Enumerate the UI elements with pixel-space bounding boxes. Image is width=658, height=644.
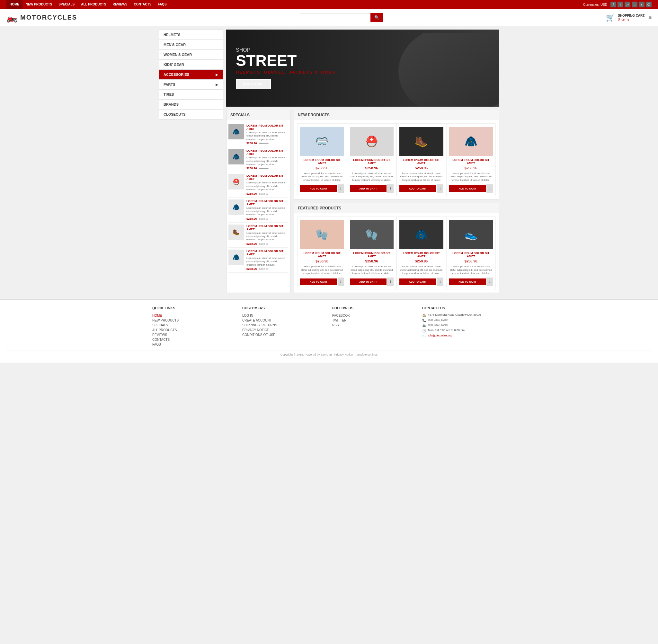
add-to-cart-button[interactable]: ADD TO CART [350, 185, 387, 192]
menu-icon[interactable]: ≡ [649, 15, 652, 21]
search-input[interactable] [300, 13, 370, 22]
sidebar-item-helmets[interactable]: HELMETS [159, 29, 223, 40]
footer-link-facebook[interactable]: FACEBOOK [332, 313, 416, 318]
gplus-icon[interactable]: g+ [625, 2, 630, 7]
add-to-cart-button[interactable]: ADD TO CART [449, 278, 486, 285]
info-button[interactable]: ℹ [486, 277, 493, 286]
facebook-icon[interactable]: f [610, 2, 616, 7]
special-image[interactable]: 🧥 [228, 124, 244, 139]
info-button[interactable]: ℹ [338, 277, 344, 286]
product-image[interactable]: 🧥 [399, 220, 444, 249]
footer-link-privacy[interactable]: PRIVACY NOTICE [242, 328, 326, 332]
product-image[interactable]: 🥽 [300, 127, 344, 156]
nav-contacts[interactable]: CONTACTS [131, 0, 155, 9]
footer-grid: QUICK LINKS HOME NEW PRODUCTS SPECIALS A… [152, 306, 506, 347]
special-price: $258.96 [246, 267, 257, 271]
special-price: $258.96 [246, 242, 257, 246]
twitter-icon[interactable]: t [617, 2, 623, 7]
shop-now-button[interactable]: SHOP NOW! [236, 79, 271, 89]
special-image[interactable]: 🧥 [228, 200, 244, 215]
footer-customers: CUSTOMERS LOG IN CREATE ACCOUNT SHIPPING… [242, 306, 326, 347]
add-to-cart-button[interactable]: ADD TO CART [350, 278, 387, 285]
info-button[interactable]: ℹ [437, 277, 444, 286]
nav-faqs[interactable]: FAQS [155, 0, 169, 9]
product-name: LOREM IPSUM DOLOR SIT AMET [399, 158, 444, 165]
footer-link-specials[interactable]: SPECIALS [152, 323, 236, 328]
footer-link-create-account[interactable]: CREATE ACCOUNT [242, 318, 326, 323]
info-button[interactable]: ℹ [486, 184, 493, 193]
special-info: LOREM IPSUM DOLOR SIT AMET Lorem ipsum d… [246, 225, 288, 246]
sidebar-item-brands[interactable]: BRANDS [159, 99, 223, 110]
sidebar-item-kids-gear[interactable]: KIDS' GEAR [159, 60, 223, 70]
special-image[interactable]: 🧥 [228, 149, 244, 164]
product-price: $258.96 [350, 166, 394, 170]
footer-link-contacts[interactable]: CONTACTS [152, 337, 236, 342]
info-button[interactable]: ℹ [387, 277, 393, 286]
footer-follow-title: FOLLOW US [332, 306, 416, 310]
product-card: ⛑️ LOREM IPSUM DOLOR SIT AMET $258.96 Lo… [347, 123, 397, 196]
add-to-cart-button[interactable]: ADD TO CART [300, 185, 337, 192]
product-desc: Lorem ipsum dolor sit amet conse ctetur … [300, 172, 344, 182]
copyright: Copyright © 2015. Powered by Zen Cart | … [6, 350, 652, 356]
footer-link-faqs[interactable]: FAQS [152, 342, 236, 347]
info-button[interactable]: ℹ [437, 184, 444, 193]
footer-link-all-products[interactable]: ALL PRODUCTS [152, 328, 236, 332]
product-name: LOREM IPSUM DOLOR SIT AMET [449, 158, 493, 165]
add-to-cart-button[interactable]: ADD TO CART [399, 185, 436, 192]
sidebar-item-womens-gear[interactable]: WOMEN'S GEAR [159, 50, 223, 60]
footer-link-new-products[interactable]: NEW PRODUCTS [152, 318, 236, 323]
special-image[interactable]: 🥾 [228, 225, 244, 240]
product-image[interactable]: 🧥 [449, 127, 493, 156]
footer-link-twitter[interactable]: TWITTER [332, 318, 416, 323]
special-info: LOREM IPSUM DOLOR SIT AMET Lorem ipsum d… [246, 250, 288, 271]
top-bar: HOME NEW PRODUCTS SPECIALS ALL PRODUCTS … [0, 0, 658, 9]
special-desc: Lorem ipsum dolor sit amet conse ctetur … [246, 156, 288, 166]
search-button[interactable]: 🔍 [370, 13, 383, 22]
add-to-cart-button[interactable]: ADD TO CART [300, 278, 337, 285]
clock-icon: 🕐 [422, 329, 426, 332]
new-products-panel: NEW PRODUCTS 🥽 LOREM IPSUM DOLOR SIT AME… [294, 110, 499, 200]
chevron-right-icon: ▶ [215, 83, 218, 86]
sidebar-item-closeouts[interactable]: CLOSEOUTS [159, 110, 223, 119]
product-image[interactable]: 👟 [449, 220, 493, 249]
footer-contact-title: CONTACT US [422, 306, 506, 310]
footer-link-shipping[interactable]: SHIPPING & RETURNS [242, 323, 326, 328]
sidebar-item-accessories[interactable]: ACCESSORIES ▶ [159, 70, 223, 80]
info-button[interactable]: ℹ [387, 184, 393, 193]
footer-link-rss[interactable]: RSS [332, 323, 416, 328]
email-link[interactable]: info@demolink.org [428, 334, 452, 337]
product-image[interactable]: 🧤 [350, 220, 394, 249]
chevron-right-icon: ▶ [215, 73, 218, 76]
product-image[interactable]: 🥾 [399, 127, 444, 156]
product-image[interactable]: ⛑️ [350, 127, 394, 156]
special-image[interactable]: ⛑️ [228, 174, 244, 189]
nav-specials[interactable]: SPECIALS [55, 0, 78, 9]
add-to-cart-button[interactable]: ADD TO CART [449, 185, 486, 192]
top-right: Currencies: USD f t g+ p r @ [583, 2, 652, 7]
nav-new-products[interactable]: NEW PRODUCTS [22, 0, 55, 9]
nav-all-products[interactable]: ALL PRODUCTS [78, 0, 109, 9]
nav-home[interactable]: HOME [6, 0, 22, 9]
nav-reviews[interactable]: REVIEWS [109, 0, 131, 9]
product-image[interactable]: 🧤 [300, 220, 344, 249]
special-item: 🥾 LOREM IPSUM DOLOR SIT AMET Lorem ipsum… [228, 223, 288, 248]
pinterest-icon[interactable]: p [632, 2, 637, 7]
sidebar-item-tires[interactable]: TIRES [159, 90, 223, 99]
footer-link-home[interactable]: HOME [152, 313, 236, 318]
add-to-cart-button[interactable]: ADD TO CART [399, 278, 436, 285]
special-name: LOREM IPSUM DOLOR SIT AMET [246, 174, 288, 181]
hero-banner: SHOP STREET HELMETS, GLOVES, JACKETS & T… [226, 29, 499, 107]
special-image[interactable]: 🧥 [228, 250, 244, 265]
info-button[interactable]: ℹ [338, 184, 344, 193]
footer-link-reviews[interactable]: REVIEWS [152, 332, 236, 337]
sidebar-item-mens-gear[interactable]: MEN'S GEAR [159, 40, 223, 50]
footer-link-conditions[interactable]: CONDITIONS OF USE [242, 332, 326, 337]
email-icon[interactable]: @ [646, 2, 652, 7]
special-desc: Lorem ipsum dolor sit amet conse ctetur … [246, 181, 288, 191]
currency-selector[interactable]: Currencies: USD [583, 3, 607, 6]
top-nav: HOME NEW PRODUCTS SPECIALS ALL PRODUCTS … [6, 0, 170, 9]
sidebar-item-parts[interactable]: PARTS ▶ [159, 80, 223, 90]
rss-icon[interactable]: r [639, 2, 644, 7]
footer-link-login[interactable]: LOG IN [242, 313, 326, 318]
product-desc: Lorem ipsum dolor sit amet conse ctetur … [399, 172, 444, 182]
